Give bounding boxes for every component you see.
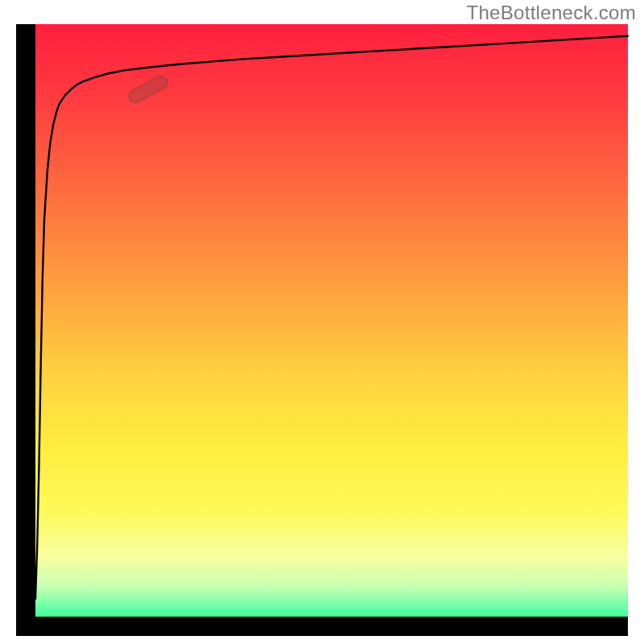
- chart-frame: [16, 24, 628, 636]
- line-series: [35, 24, 628, 617]
- attribution-text: TheBottleneck.com: [466, 2, 636, 24]
